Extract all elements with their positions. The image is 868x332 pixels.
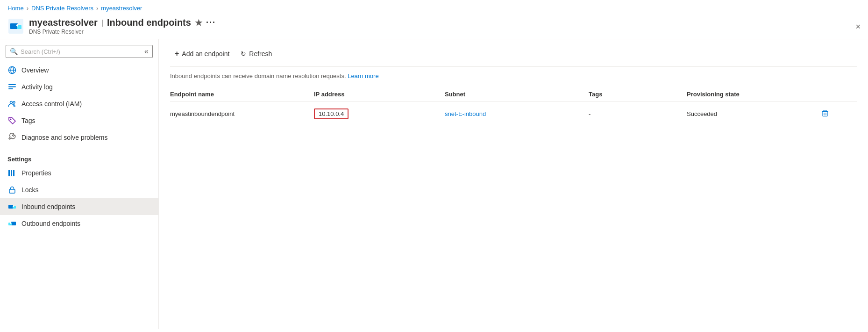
list-icon xyxy=(7,82,17,92)
sidebar-item-tags[interactable]: Tags xyxy=(0,112,158,129)
resource-name: myeastresolver xyxy=(29,17,98,28)
ip-address-cell: 10.10.0.4 xyxy=(314,102,445,126)
star-icon[interactable]: ★ xyxy=(195,18,202,28)
svg-rect-15 xyxy=(13,170,14,176)
delete-button[interactable] xyxy=(818,108,832,120)
endpoints-table: Endpoint name IP address Subnet Tags Pro… xyxy=(170,87,857,126)
table-row: myeastinboundendpoint 10.10.0.4 snet-E-i… xyxy=(170,102,857,126)
wrench-icon xyxy=(7,133,17,142)
bars-icon xyxy=(7,168,17,178)
sidebar-item-iam-label: Access control (IAM) xyxy=(21,100,82,108)
settings-divider xyxy=(7,148,151,148)
sidebar-item-activity-log-label: Activity log xyxy=(21,83,53,91)
breadcrumb: Home › DNS Private Resolvers › myeastres… xyxy=(0,0,868,14)
subnet-link[interactable]: snet-E-inbound xyxy=(445,110,486,117)
sidebar-item-locks[interactable]: Locks xyxy=(0,181,158,198)
svg-point-10 xyxy=(10,101,13,104)
search-input[interactable] xyxy=(21,48,142,55)
page-title: Inbound endpoints xyxy=(107,17,191,28)
lock-icon xyxy=(7,185,17,195)
svg-rect-8 xyxy=(8,87,16,87)
sidebar-item-inbound-endpoints-label: Inbound endpoints xyxy=(21,203,75,210)
learn-more-link[interactable]: Learn more xyxy=(348,72,378,79)
breadcrumb-myeastresolver[interactable]: myeastresolver xyxy=(101,5,142,12)
resource-icon xyxy=(7,18,24,35)
col-header-subnet: Subnet xyxy=(445,87,589,102)
sidebar-item-outbound-endpoints[interactable]: Outbound endpoints xyxy=(0,215,158,232)
tag-icon xyxy=(7,116,17,125)
info-text: Inbound endpoints can receive domain nam… xyxy=(170,72,857,79)
sidebar-item-outbound-endpoints-label: Outbound endpoints xyxy=(21,220,80,227)
svg-rect-17 xyxy=(8,205,13,209)
svg-point-12 xyxy=(10,119,12,120)
ip-address-value: 10.10.0.4 xyxy=(314,108,349,119)
close-button[interactable]: × xyxy=(855,22,861,31)
sidebar-item-activity-log[interactable]: Activity log xyxy=(0,79,158,95)
ellipsis-icon[interactable]: ··· xyxy=(206,18,216,28)
col-header-tags: Tags xyxy=(589,87,687,102)
col-header-provisioning-state: Provisioning state xyxy=(687,87,818,102)
endpoint-name-cell: myeastinboundendpoint xyxy=(170,102,314,126)
sidebar-item-diagnose-label: Diagnose and solve problems xyxy=(21,134,107,141)
resource-subtitle: DNS Private Resolver xyxy=(29,29,861,35)
toolbar: + Add an endpoint ↻ Refresh xyxy=(170,47,857,67)
page-header: myeastresolver | Inbound endpoints ★ ···… xyxy=(0,14,868,39)
provisioning-state-cell: Succeeded xyxy=(687,102,818,126)
refresh-icon: ↻ xyxy=(241,50,246,58)
sidebar: 🔍 « Overview Activity log Access control… xyxy=(0,39,159,329)
main-layout: 🔍 « Overview Activity log Access control… xyxy=(0,39,868,329)
sidebar-item-tags-label: Tags xyxy=(21,117,36,124)
sidebar-item-properties[interactable]: Properties xyxy=(0,165,158,181)
sidebar-item-overview-label: Overview xyxy=(21,66,49,74)
add-icon: + xyxy=(175,50,179,58)
search-icon: 🔍 xyxy=(10,48,18,55)
breadcrumb-dns-private-resolvers[interactable]: DNS Private Resolvers xyxy=(31,5,93,12)
tags-cell: - xyxy=(589,102,687,126)
svg-rect-24 xyxy=(823,112,827,116)
sidebar-item-overview[interactable]: Overview xyxy=(0,62,158,79)
collapse-icon[interactable]: « xyxy=(144,47,149,56)
svg-rect-9 xyxy=(8,88,13,89)
svg-rect-20 xyxy=(11,222,16,225)
svg-point-11 xyxy=(13,101,15,103)
settings-header: Settings xyxy=(0,150,158,165)
people-icon xyxy=(7,99,17,108)
svg-rect-16 xyxy=(9,189,15,193)
sidebar-item-inbound-endpoints[interactable]: Inbound endpoints xyxy=(0,198,158,215)
sidebar-item-properties-label: Properties xyxy=(21,169,51,177)
svg-rect-14 xyxy=(11,170,12,176)
col-header-endpoint-name: Endpoint name xyxy=(170,87,314,102)
breadcrumb-home[interactable]: Home xyxy=(7,5,24,12)
outbound-icon xyxy=(7,219,17,228)
sidebar-item-diagnose[interactable]: Diagnose and solve problems xyxy=(0,129,158,146)
sidebar-item-iam[interactable]: Access control (IAM) xyxy=(0,95,158,112)
main-content: + Add an endpoint ↻ Refresh Inbound endp… xyxy=(159,39,868,329)
svg-rect-13 xyxy=(8,170,10,176)
globe-icon xyxy=(7,65,17,75)
svg-rect-7 xyxy=(8,84,16,85)
refresh-button[interactable]: ↻ Refresh xyxy=(236,47,277,60)
subnet-cell: snet-E-inbound xyxy=(445,102,589,126)
sidebar-item-locks-label: Locks xyxy=(21,186,39,194)
add-endpoint-button[interactable]: + Add an endpoint xyxy=(170,47,234,61)
search-box[interactable]: 🔍 « xyxy=(6,45,153,58)
inbound-icon xyxy=(7,202,17,211)
actions-cell xyxy=(818,102,857,126)
col-header-ip-address: IP address xyxy=(314,87,445,102)
svg-rect-1 xyxy=(10,23,18,29)
